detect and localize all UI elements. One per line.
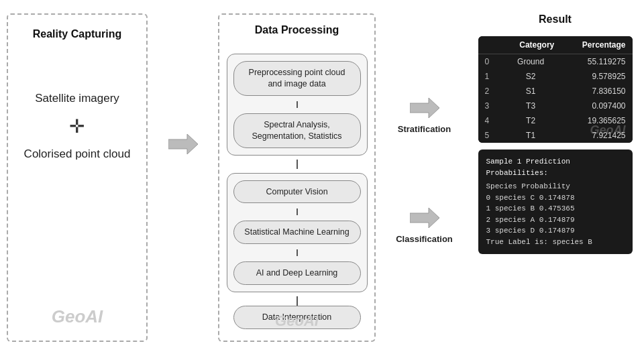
- code-line: True Label is: species B: [486, 237, 625, 248]
- stratification-arrow-group: Stratification: [398, 98, 451, 134]
- connector-3: [297, 249, 298, 256]
- classification-label: Classification: [396, 234, 453, 244]
- table-cell: 55.119275: [561, 54, 632, 70]
- point-cloud-text: Colorised point cloud: [24, 147, 131, 162]
- processing-title: Data Processing: [255, 24, 339, 36]
- arrow-reality-to-processing: [166, 134, 200, 156]
- table-header-category: Category: [500, 36, 561, 54]
- table-cell: 0: [478, 54, 500, 70]
- code-line: 0 species C 0.174878: [486, 192, 625, 204]
- proc-box-ai: AI and Deep Learning: [233, 261, 361, 285]
- proc-box-preprocess: Preprocessing point cloud and image data: [233, 61, 361, 96]
- code-line: 1 species B 0.475365: [486, 203, 625, 215]
- table-watermark: GeoAI: [590, 123, 625, 137]
- code-line: Species Probability: [486, 181, 625, 192]
- connector-2: [297, 208, 298, 215]
- table-header-index: [478, 36, 500, 54]
- right-arrow-icon: [168, 134, 198, 156]
- satellite-imagery-text: Satellite imagery: [35, 91, 119, 106]
- connector-between-groups: [297, 160, 298, 169]
- code-line: 3 species D 0.174879: [486, 225, 625, 237]
- table-cell: 4: [478, 113, 500, 128]
- table-cell: S1: [500, 84, 561, 99]
- table-cell: Ground: [500, 54, 561, 70]
- reality-title: Reality Capturing: [33, 28, 121, 40]
- table-cell: T3: [500, 99, 561, 113]
- plus-sign: ✛: [69, 115, 85, 137]
- table-cell: 9.578925: [561, 69, 632, 84]
- table-cell: 0.097400: [561, 99, 632, 113]
- classification-arrow-group: Classification: [396, 208, 453, 244]
- svg-marker-2: [410, 208, 439, 228]
- main-container: Reality Capturing Satellite imagery ✛ Co…: [0, 0, 644, 362]
- proc-group-2: Computer Vision Statistical Machine Lear…: [227, 173, 368, 293]
- proc-box-sml: Statistical Machine Learning: [233, 221, 361, 244]
- stratification-label: Stratification: [398, 124, 451, 134]
- classification-result-card: Sample 1 Prediction Probabilities: Speci…: [478, 149, 633, 254]
- classification-arrow-icon: [410, 208, 439, 230]
- table-cell: 5: [478, 128, 500, 143]
- middle-section: Stratification Classification: [394, 7, 455, 335]
- table-row: 2S17.836150: [478, 84, 633, 99]
- table-cell: 7.836150: [561, 84, 632, 99]
- table-cell: T1: [500, 128, 561, 143]
- processing-watermark: GeoAI: [275, 312, 319, 330]
- code-title: Sample 1 Prediction Probabilities:: [486, 156, 625, 178]
- stratification-result-card: Category Percentage 0Ground55.1192751S29…: [478, 36, 633, 143]
- result-title: Result: [539, 13, 572, 25]
- table-cell: 2: [478, 84, 500, 99]
- table-row: 1S29.578925: [478, 69, 633, 84]
- proc-group-1: Preprocessing point cloud and image data…: [227, 54, 368, 156]
- table-cell: T2: [500, 113, 561, 128]
- table-cell: S2: [500, 69, 561, 84]
- svg-marker-1: [410, 98, 439, 118]
- proc-box-vision: Computer Vision: [233, 180, 361, 204]
- reality-column: Reality Capturing Satellite imagery ✛ Co…: [7, 13, 148, 342]
- code-lines: Species Probability0 species C 0.1748781…: [486, 181, 625, 247]
- result-column: Result Category Percentage 0Ground55.119…: [473, 13, 637, 342]
- table-cell: 1: [478, 69, 500, 84]
- code-line: 2 species A 0.174879: [486, 215, 625, 226]
- processing-flow: Preprocessing point cloud and image data…: [227, 50, 366, 329]
- processing-column: Data Processing Preprocessing point clou…: [218, 13, 376, 342]
- stratification-arrow-icon: [410, 98, 439, 120]
- connector-1: [297, 101, 298, 108]
- reality-watermark: GeoAI: [52, 306, 103, 327]
- svg-marker-0: [168, 134, 198, 154]
- table-row: 3T30.097400: [478, 99, 633, 113]
- table-cell: 3: [478, 99, 500, 113]
- table-header-percentage: Percentage: [561, 36, 632, 54]
- proc-box-spectral: Spectral Analysis, Segmentation, Statist…: [233, 113, 361, 148]
- reality-content: Satellite imagery ✛ Colorised point clou…: [24, 91, 131, 162]
- table-row: 0Ground55.119275: [478, 54, 633, 70]
- connector-to-final: [297, 296, 298, 306]
